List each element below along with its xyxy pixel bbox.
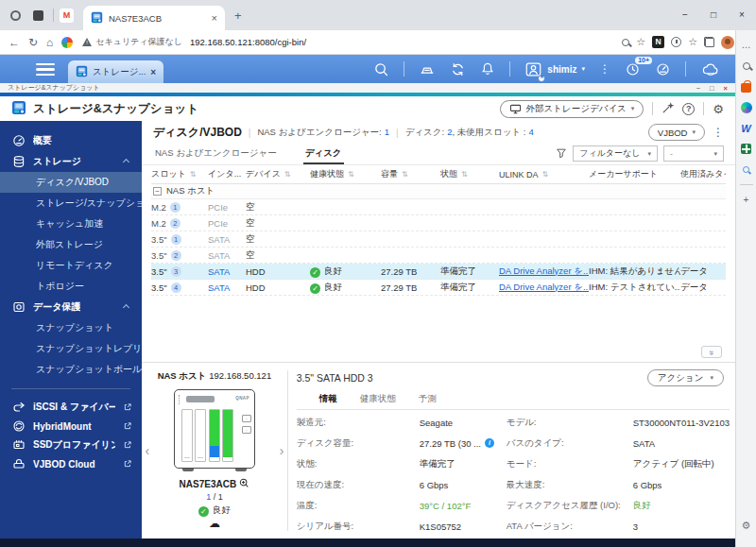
window-titlebar[interactable]: ストレージ&スナップショット − □ × — [0, 83, 735, 93]
sidebar-item--[interactable]: トポロジー — [0, 276, 142, 297]
search-icon[interactable] — [373, 61, 389, 77]
sidebar-item--[interactable]: スナップショット — [0, 317, 142, 338]
history-extension-icon[interactable] — [671, 37, 681, 47]
new-tab-button[interactable]: + — [234, 9, 242, 23]
sidebar-item--vjbod[interactable]: ディスク/VJBOD — [0, 172, 142, 193]
collapse-group-icon[interactable]: − — [153, 187, 162, 196]
table-column-header[interactable]: デバイス⇅ — [246, 168, 310, 180]
table-group-row[interactable]: − NAS ホスト — [151, 184, 726, 199]
wizard-wand-icon[interactable] — [662, 102, 674, 116]
more-options-icon[interactable]: ⋮ — [599, 64, 610, 74]
tab-active[interactable]: ディスク — [303, 147, 344, 164]
table-column-header[interactable]: 容量⇅ — [381, 168, 440, 180]
extension-n-icon[interactable]: N — [652, 36, 664, 48]
close-app-tab-icon[interactable]: × — [150, 67, 156, 77]
filter-dropdown[interactable]: フィルターなし ▾ — [573, 145, 658, 162]
tab-search-icon[interactable] — [30, 8, 45, 23]
gear-icon[interactable]: ⚙ — [713, 102, 724, 116]
collections-icon[interactable] — [704, 37, 714, 47]
info-icon[interactable]: i — [485, 438, 494, 448]
url-text[interactable]: 192.168.50.121:8080/cgi-bin/ — [190, 37, 306, 47]
table-row[interactable]: M.21PCIe空 — [151, 199, 726, 215]
sync-icon[interactable] — [450, 61, 466, 77]
table-column-header[interactable]: メーカーサポート — [589, 168, 680, 180]
sort-icon[interactable]: ⇅ — [402, 170, 408, 179]
sidebar-item--[interactable]: リモートディスク — [0, 255, 142, 276]
detail-tab[interactable]: 情報 — [319, 393, 337, 409]
prev-enclosure-arrow[interactable]: ‹ — [142, 363, 153, 538]
back-icon[interactable]: ← — [9, 36, 20, 49]
w-app-icon[interactable]: W — [740, 122, 752, 134]
table-column-header[interactable]: ULINK DA⇅ — [499, 170, 589, 179]
sidebar-item--[interactable]: キャッシュ加速 — [0, 214, 142, 234]
background-tasks-icon[interactable] — [419, 60, 436, 77]
filter-secondary-dropdown[interactable]: - ▾ — [663, 145, 724, 162]
gmail-pinned-tab-icon[interactable]: M — [60, 9, 74, 23]
window-minimize-button[interactable]: − — [671, 0, 699, 30]
table-column-header[interactable]: インタ...⇅ — [208, 168, 246, 180]
sidebar-item-hybridmount[interactable]: HybridMount — [0, 417, 142, 436]
app-close-icon[interactable]: × — [724, 84, 728, 93]
table-column-header[interactable]: 状態⇅ — [440, 168, 499, 180]
add-sidebar-item-icon[interactable]: + — [740, 194, 752, 206]
sort-icon[interactable]: ⇅ — [348, 170, 354, 179]
resource-monitor-icon[interactable] — [655, 61, 671, 77]
collapse-panel-button[interactable]: » — [701, 346, 722, 358]
vjbod-button[interactable]: VJBOD ▾ — [648, 124, 705, 141]
close-tab-icon[interactable]: × — [212, 12, 217, 24]
interface-label[interactable]: SATA — [208, 266, 230, 277]
favorites-icon[interactable]: ☆ — [688, 36, 697, 48]
next-enclosure-arrow[interactable]: › — [276, 363, 287, 538]
table-row[interactable]: 3.5"3SATAHDD✓良好27.29 TB準備完了DA Drive Anal… — [151, 264, 726, 280]
help-icon[interactable]: ? — [682, 103, 695, 115]
sidebar-item--[interactable]: スナップショットボールト — [0, 359, 142, 380]
sort-icon[interactable]: ⇅ — [461, 170, 468, 179]
app-maximize-icon[interactable]: □ — [710, 84, 714, 93]
table-column-header[interactable]: スロット⇅ — [151, 168, 208, 180]
sidebar-item--[interactable]: ストレージ — [0, 151, 142, 172]
table-column-header[interactable]: 健康状態⇅ — [310, 168, 381, 180]
recent-tasks-button[interactable]: 10+ — [625, 61, 641, 77]
security-warning-icon[interactable]: ! — [82, 38, 92, 46]
app-minimize-icon[interactable]: − — [696, 84, 700, 93]
table-row[interactable]: 3.5"1SATA空 — [151, 231, 726, 248]
table-row[interactable]: 3.5"2SATA空 — [151, 248, 726, 264]
external-storage-device-button[interactable]: 外部ストレージデバイス ▾ — [500, 100, 644, 118]
shopping-icon[interactable] — [740, 80, 752, 93]
sidebar-item--[interactable]: データ保護 — [0, 297, 142, 317]
sidebar-item-iscsi-[interactable]: iSCSI & ファイバーチ... — [0, 398, 142, 417]
sidebar-item--[interactable]: 概要 — [0, 130, 142, 151]
page-zoom-icon[interactable] — [740, 163, 752, 176]
user-menu[interactable]: shimiz ▾ — [524, 61, 585, 77]
da-drive-analyzer-link[interactable]: DA Drive Analyzer を... — [499, 265, 589, 276]
sidebar-item--[interactable]: 外部ストレージ — [0, 234, 142, 255]
qnap-app-tab[interactable]: ストレージ... × — [68, 60, 163, 83]
interface-label[interactable]: SATA — [208, 282, 230, 293]
sidebar-settings-gear-icon[interactable]: ⚙ — [742, 520, 751, 532]
detail-tab[interactable]: 健康状態 — [360, 393, 396, 409]
window-maximize-button[interactable]: □ — [699, 0, 728, 30]
detail-tab[interactable]: 予測 — [419, 393, 437, 409]
sidebar-item-ssd-[interactable]: SSDプロファイリング... — [0, 436, 142, 454]
sidebar-item--[interactable]: ストレージ/スナップショ... — [0, 193, 142, 214]
site-theme-icon[interactable] — [61, 37, 73, 48]
security-label[interactable]: セキュリティ保護なし — [95, 36, 182, 48]
zoom-in-icon[interactable] — [239, 478, 249, 490]
sidebar-search-icon[interactable] — [740, 60, 752, 72]
reload-icon[interactable]: ↻ — [28, 36, 38, 49]
table-column-header[interactable]: 使用済みタイ... — [680, 168, 726, 180]
bookmark-star-icon[interactable]: ☆ — [636, 36, 645, 48]
workspaces-icon[interactable] — [8, 8, 23, 23]
sidebar-item--[interactable]: スナップショットレプリカ — [0, 338, 142, 359]
sort-icon[interactable]: ⇅ — [542, 170, 549, 179]
bing-icon[interactable] — [740, 101, 752, 113]
profile-avatar[interactable] — [721, 36, 734, 49]
sort-icon[interactable]: ⇅ — [190, 170, 197, 179]
notifications-bell-icon[interactable] — [480, 61, 495, 77]
tab-inactive[interactable]: NAS およびエンクロージャー — [153, 147, 279, 164]
browser-tab[interactable]: NAS7E3ACB × — [83, 6, 225, 30]
window-close-button[interactable]: × — [728, 0, 756, 30]
sidebar-more-icon[interactable]: … — [740, 39, 752, 51]
action-button[interactable]: アクション ▾ — [647, 369, 724, 386]
table-row[interactable]: M.22PCIe空 — [151, 215, 726, 231]
